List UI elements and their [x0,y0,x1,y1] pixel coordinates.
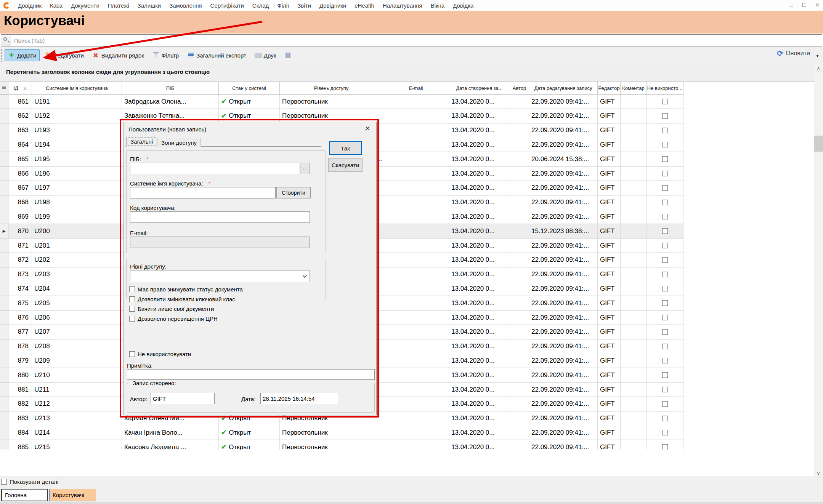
table-row[interactable]: 861U191Забродська Олена...✔ОткрытПервост… [0,94,683,109]
unused-row-checkbox[interactable] [662,272,668,277]
levels-select[interactable] [130,270,310,282]
menu-item[interactable]: Довідники [315,2,350,9]
code-field[interactable] [130,211,310,223]
column-header[interactable]: Дата редагування запису [529,82,598,94]
ok-button[interactable]: Так [329,141,362,155]
menu-item[interactable]: Платежі [104,2,133,9]
unused-row-checkbox[interactable] [662,257,668,263]
unused-checkbox-row[interactable]: Не використовувати [129,351,191,357]
table-row[interactable]: 885U215Квасова Людмила ...✔ОткрытПервост… [0,440,683,450]
column-header[interactable]: Редактор [598,82,621,94]
menu-item[interactable]: Замовлення [165,2,206,9]
dialog-tab[interactable]: Зони доступу [157,138,201,147]
table-row[interactable]: 884U214Качан Ірина Воло...✔ОткрытПервост… [0,426,683,440]
menu-item[interactable]: Довідник [14,2,46,9]
column-header[interactable]: ПІБ [122,82,219,94]
bottom-tab[interactable]: Головна [1,489,48,501]
dialog-checkbox[interactable] [129,286,135,292]
column-header[interactable]: Не використо... [647,82,683,94]
unused-row-checkbox[interactable] [662,243,668,248]
column-header[interactable]: Системне ім'я користувача [32,82,122,94]
restore-button[interactable] [801,2,808,8]
toolbar-button-columns[interactable] [281,49,295,61]
unused-row-checkbox[interactable] [662,444,668,450]
column-header[interactable]: E-mail [383,82,449,94]
unused-row-checkbox[interactable] [662,416,668,421]
unused-row-checkbox[interactable] [662,128,668,133]
dialog-checkbox-row[interactable]: Дозволено перевищення ЦРН [129,315,218,322]
create-button[interactable]: Створити [276,187,311,198]
unused-row-checkbox[interactable] [662,113,668,119]
dialog-checkbox-row[interactable]: Дозволити змінювати ключовий клас [129,296,235,302]
unused-row-checkbox[interactable] [662,329,668,335]
toolbar-overflow-arrow[interactable]: ▼ [816,54,819,58]
grid-options-icon[interactable] [2,86,6,90]
show-details-checkbox[interactable] [1,479,7,485]
menu-item[interactable]: Залишки [133,2,165,9]
menu-item[interactable]: Документи [67,2,104,9]
column-header[interactable]: Стан у системі [219,82,280,94]
unused-row-checkbox[interactable] [662,200,668,205]
cancel-button[interactable]: Скасувати [328,158,363,172]
note-field[interactable] [127,369,375,380]
unused-row-checkbox[interactable] [662,344,668,349]
search-input[interactable] [11,37,822,44]
unused-row-checkbox[interactable] [662,228,668,234]
unused-row-checkbox[interactable] [662,142,668,147]
browse-button[interactable]: ... [300,163,310,174]
unused-row-checkbox[interactable] [662,185,668,191]
unused-row-checkbox[interactable] [662,99,668,104]
menu-item[interactable]: Філії [273,2,293,9]
vertical-scrollbar[interactable]: ∧ ∨ [814,63,823,478]
menu-item[interactable]: eHealth [350,2,379,9]
unused-row-checkbox[interactable] [662,401,668,407]
column-header[interactable]: Коментар [621,82,647,94]
column-header[interactable]: Дата створення за... [449,82,510,94]
menu-item[interactable]: Вікна [427,2,449,9]
toolbar-drag-handle[interactable] [1,49,2,62]
toolbar-button-delete[interactable]: Видалити рядок [89,49,148,61]
dialog-checkbox-row[interactable]: Бачити лише свої документи [129,306,214,312]
scroll-up-button[interactable]: ∧ [814,64,823,72]
bottom-tab[interactable]: Користувачі [49,489,96,501]
unused-row-checkbox[interactable] [662,387,668,392]
dialog-tab[interactable]: Загальні [126,137,157,147]
column-header[interactable]: ІД△ [8,82,32,94]
toolbar-button-export[interactable]: Загальний експорт [184,49,250,61]
author-field[interactable] [151,393,215,404]
dialog-checkbox[interactable] [129,316,135,322]
menu-item[interactable]: Склад [248,2,273,9]
unused-row-checkbox[interactable] [662,214,668,219]
unused-row-checkbox[interactable] [662,372,668,378]
menu-item[interactable]: Налаштування [379,2,427,9]
menu-item[interactable]: Каса [46,2,67,9]
unused-row-checkbox[interactable] [662,171,668,176]
dialog-checkbox-row[interactable]: Має право знижувати статус документа [129,286,243,293]
menu-item[interactable]: Звіти [293,2,315,9]
unused-row-checkbox[interactable] [662,156,668,162]
unused-row-checkbox[interactable] [662,315,668,320]
refresh-button[interactable]: ⟳ Оновити [777,50,810,57]
toolbar-button-print[interactable]: Друк [251,49,279,61]
toolbar-button-pencil[interactable]: Редагувати [41,49,87,61]
date-field[interactable] [260,393,338,404]
unused-row-checkbox[interactable] [662,286,668,291]
column-header[interactable]: Автор [510,82,529,94]
scroll-thumb[interactable] [814,136,823,152]
menu-item[interactable]: Довідка [449,2,478,9]
dialog-checkbox[interactable] [129,306,135,312]
menu-item[interactable]: Сертифікати [206,2,248,9]
dialog-checkbox[interactable] [129,296,135,302]
column-header[interactable]: Рівень доступу [280,82,383,94]
unused-row-checkbox[interactable] [662,300,668,306]
close-button[interactable]: ✕ [814,2,821,8]
sysname-field[interactable] [130,187,276,198]
search-button[interactable] [1,35,11,46]
toolbar-button-filter[interactable]: Фільтр [149,49,182,61]
pib-field[interactable] [130,163,299,174]
minimize-button[interactable] [788,2,795,8]
unused-row-checkbox[interactable] [662,430,668,435]
dialog-close-icon[interactable]: ✕ [365,125,370,133]
table-row[interactable]: 862U192Заваженко Тетяна...✔ОткрытПервост… [0,109,683,123]
unused-row-checkbox[interactable] [662,358,668,363]
